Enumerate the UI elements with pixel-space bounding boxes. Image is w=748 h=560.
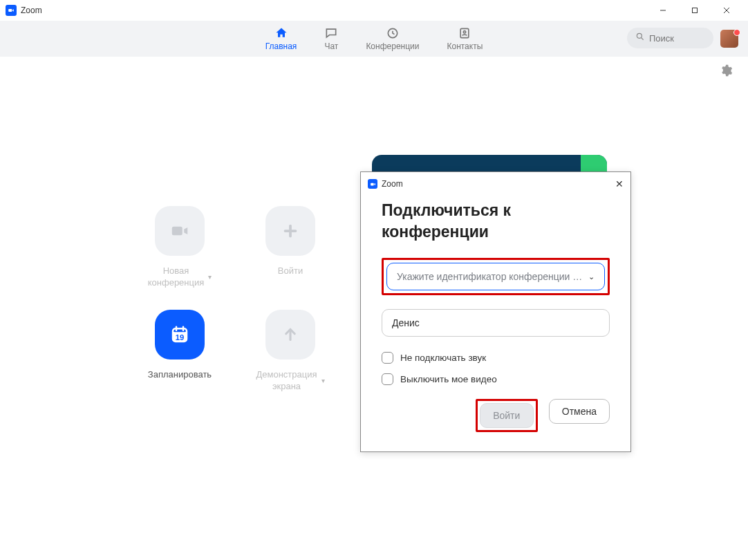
svg-rect-19 xyxy=(371,183,374,185)
top-nav: Главная Чат Конференции Контакты xyxy=(0,21,748,57)
video-icon xyxy=(155,206,205,256)
search-input[interactable] xyxy=(649,33,704,44)
maximize-button[interactable] xyxy=(679,0,711,21)
cancel-button[interactable]: Отмена xyxy=(549,399,610,424)
chevron-down-icon: ⌄ xyxy=(588,272,595,281)
calendar-icon: 19 xyxy=(155,310,205,360)
zoom-app-icon xyxy=(368,179,377,189)
home-icon xyxy=(274,26,288,40)
tile-join[interactable]: Войти xyxy=(235,206,346,303)
clock-icon xyxy=(386,26,400,40)
arrow-up-icon xyxy=(265,310,315,360)
checkbox-icon xyxy=(382,373,393,385)
tab-home[interactable]: Главная xyxy=(265,26,297,51)
checkbox-icon xyxy=(382,352,393,364)
meeting-id-dropdown[interactable]: Укажите идентификатор конференции … ⌄ xyxy=(386,263,605,290)
dialog-title: Zoom xyxy=(382,179,403,189)
chat-icon xyxy=(324,26,338,40)
contacts-icon xyxy=(458,26,471,40)
svg-rect-0 xyxy=(8,9,12,12)
highlight-join-button: Войти xyxy=(476,399,538,432)
svg-line-9 xyxy=(642,38,644,40)
svg-text:19: 19 xyxy=(176,333,185,342)
name-field-wrapper xyxy=(382,309,610,337)
svg-rect-2 xyxy=(693,8,698,13)
plus-icon xyxy=(265,206,315,256)
tile-share-screen[interactable]: Демонстрация экрана ▾ xyxy=(235,310,346,407)
meeting-id-placeholder: Укажите идентификатор конференции … xyxy=(397,271,583,282)
search-box[interactable] xyxy=(627,28,713,48)
tab-chat[interactable]: Чат xyxy=(324,26,338,51)
close-button[interactable] xyxy=(711,0,742,21)
name-input[interactable] xyxy=(392,317,599,328)
tab-contacts[interactable]: Контакты xyxy=(447,26,483,51)
chevron-down-icon[interactable]: ▾ xyxy=(208,273,212,281)
search-icon xyxy=(635,32,645,44)
close-icon[interactable]: ✕ xyxy=(615,178,624,189)
highlight-meeting-id: Укажите идентификатор конференции … ⌄ xyxy=(382,258,610,295)
tab-meetings[interactable]: Конференции xyxy=(366,26,419,51)
chevron-down-icon[interactable]: ▾ xyxy=(321,377,325,384)
gear-icon[interactable] xyxy=(719,64,733,77)
tile-new-meeting[interactable]: Новая конференция ▾ xyxy=(124,206,235,303)
checkbox-no-audio[interactable]: Не подключать звук xyxy=(382,352,610,364)
window-titlebar: Zoom xyxy=(0,0,748,21)
svg-point-7 xyxy=(464,31,466,33)
window-title: Zoom xyxy=(21,6,42,15)
join-meeting-dialog: Zoom ✕ Подключиться к конференции Укажит… xyxy=(360,171,631,452)
window-controls xyxy=(647,0,742,21)
avatar[interactable] xyxy=(720,30,738,48)
svg-point-8 xyxy=(637,33,642,38)
minimize-button[interactable] xyxy=(647,0,679,21)
action-tiles: Новая конференция ▾ Войти 19 Запланирова… xyxy=(124,206,346,407)
svg-rect-10 xyxy=(172,227,183,236)
tile-schedule[interactable]: 19 Запланировать xyxy=(124,310,235,407)
checkbox-no-video[interactable]: Выключить мое видео xyxy=(382,373,610,385)
zoom-app-icon xyxy=(6,5,17,16)
join-button[interactable]: Войти xyxy=(480,403,534,428)
dialog-titlebar: Zoom ✕ xyxy=(361,172,630,196)
dialog-heading: Подключиться к конференции xyxy=(382,200,610,243)
